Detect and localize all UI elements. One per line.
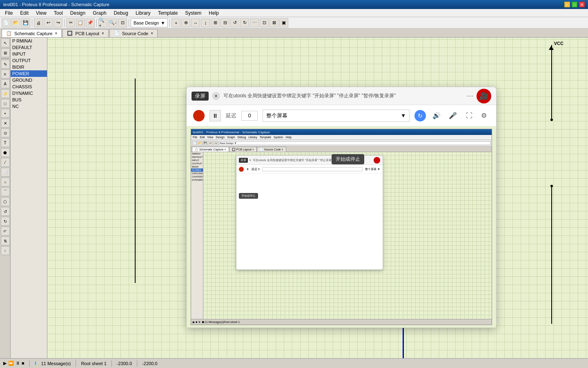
junction2 [550,185,553,187]
rec-pause-button[interactable]: ⏸ [209,110,221,121]
tb-redo[interactable]: ↪ [53,18,62,27]
tool-port[interactable]: □ [1,99,10,108]
comp-default[interactable]: DEFAULT [11,44,47,51]
tool-probe[interactable]: ⊙ [1,128,10,137]
tool-junction[interactable]: • [1,109,10,118]
tab-schematic-close[interactable]: × [55,31,58,36]
comp-nc[interactable]: NC [11,103,47,110]
schematic-canvas[interactable]: VCC D8 LED-YELLOW R8 300 P7 录屏 [47,38,588,358]
pause-button[interactable]: ⏸ [16,361,20,366]
maximize-button[interactable]: □ [572,2,577,7]
comp-input[interactable]: INPUT [11,51,47,57]
comp-bus[interactable]: BUS [11,96,47,103]
menu-edit[interactable]: Edit [17,9,32,17]
tool-label[interactable]: A [1,79,10,88]
tb-paste[interactable]: 📌 [86,18,95,27]
close-button[interactable]: ✕ [579,2,585,7]
tb-base-design-dropdown[interactable]: Base Design ▼ [131,18,168,27]
menu-help[interactable]: Help [205,9,222,17]
tb-zoom-out[interactable]: 🔍- [108,18,117,27]
tool-box[interactable]: ⬜ [1,168,10,177]
comp-bidir[interactable]: BIDIR [11,64,47,70]
tool-undo[interactable]: ↺ [1,207,10,216]
tb-fit[interactable]: ⊡ [118,18,127,27]
tool-bus[interactable]: ≡ [1,70,10,79]
stop-button[interactable]: ■ [22,361,24,366]
tab-pcb-close[interactable]: × [102,31,104,36]
coordinates-1: -2300.0 [117,361,132,366]
dropdown-arrow-icon: ▼ [160,20,165,25]
comp-output[interactable]: OUTPUT [11,57,47,64]
menu-template[interactable]: Template [155,9,181,17]
menu-graph[interactable]: Graph [89,9,109,17]
menu-system[interactable]: System [182,9,205,17]
tool-mirror[interactable]: ⇅ [1,236,10,245]
tb-extra1[interactable]: + [172,18,180,27]
menu-file[interactable]: File [2,9,16,17]
tb-extra10[interactable]: ⊡ [260,18,269,27]
tb-extra5[interactable]: ⊞ [211,18,220,27]
tool-wire[interactable]: ✎ [1,60,10,69]
fast-forward-button[interactable]: ⏩ [8,361,14,366]
tab-pcb[interactable]: 🔲 PCB Layout × [62,29,109,37]
tool-select[interactable]: ↖ [1,38,10,47]
comp-rminai[interactable]: P RMINAI [11,38,47,44]
menu-debug[interactable]: Debug [111,9,131,17]
tab-schematic[interactable]: 📋 Schematic Capture × [2,29,62,37]
tab-source[interactable]: 📄 Source Code × [109,29,158,37]
tb-save[interactable]: 💾 [21,18,30,27]
tool-graphic[interactable]: ⬟ [1,148,10,157]
menu-tool[interactable]: Tool [51,9,66,17]
tb-new[interactable]: 📄 [2,18,11,27]
minimize-button[interactable]: − [564,2,570,7]
tb-print[interactable]: 🖨 [34,18,43,27]
rec-camera-button[interactable]: 🎥 [477,89,491,103]
rec-volume-button[interactable]: 🔊 [431,110,442,121]
tb-copy[interactable]: 📋 [76,18,85,27]
play-button[interactable]: ▶ [3,361,7,366]
rec-record-button[interactable] [193,110,205,121]
tb-extra4[interactable]: ↕ [201,18,210,27]
comp-dynamic[interactable]: DYNAMIC [11,90,47,96]
tb-extra8[interactable]: ↻ [240,18,249,27]
inner-rec-dialog: 录屏 × 可在utools 全局快捷键设置中绑定关键字 "开始录屏" "停止录屏… [236,155,383,270]
inner-menubar: File Edit View Design Graph Debug Librar… [191,135,492,140]
menu-library[interactable]: Library [132,9,154,17]
rec-more-button[interactable]: ⋯ [467,92,473,100]
rec-delay-input[interactable] [241,111,258,121]
rec-screen-select[interactable]: 整个屏幕 ▼ [263,110,410,122]
tb-extra11[interactable]: ⊠ [270,18,278,27]
rec-close-button[interactable]: × [212,92,220,100]
comp-ground[interactable]: GROUND [11,77,47,83]
tab-source-close[interactable]: × [151,31,153,36]
tb-extra2[interactable]: ⊕ [181,18,190,27]
menu-view[interactable]: View [33,9,50,17]
tool-up[interactable]: ↑ [1,246,10,255]
tb-extra6[interactable]: ⊟ [220,18,229,27]
tool-component[interactable]: ⊞ [1,48,10,57]
tb-undo[interactable]: ↩ [44,18,53,27]
tb-extra7[interactable]: ↺ [230,18,239,27]
menu-design[interactable]: Design [67,9,89,17]
tool-circle[interactable]: ○ [1,177,10,186]
tb-extra9[interactable]: ⋯ [250,18,259,27]
rec-fullscreen-button[interactable]: ⛶ [463,110,475,121]
tool-arc[interactable]: ⌒ [1,187,10,196]
rec-settings-button[interactable]: ⚙ [478,110,490,121]
tool-redo[interactable]: ↻ [1,217,10,226]
tb-open[interactable]: 📂 [11,18,20,27]
comp-power[interactable]: POWER [11,70,47,77]
tb-extra3[interactable]: ↔ [191,18,200,27]
comp-chassis[interactable]: CHASSIS [11,83,47,90]
rec-refresh-button[interactable]: ↻ [414,110,426,121]
tb-cut[interactable]: ✂ [66,18,75,27]
tool-power[interactable]: ⚡ [1,89,10,98]
tb-zoom-in[interactable]: 🔍+ [98,18,107,27]
tb-sep3 [96,19,97,27]
tool-text[interactable]: T [1,138,10,147]
tool-noconn[interactable]: ✕ [1,119,10,128]
tool-line[interactable]: ∕ [1,158,10,167]
rec-mic-button[interactable]: 🎤 [447,110,459,121]
tool-polygon[interactable]: ⬡ [1,197,10,206]
tb-extra12[interactable]: ▣ [279,18,288,27]
